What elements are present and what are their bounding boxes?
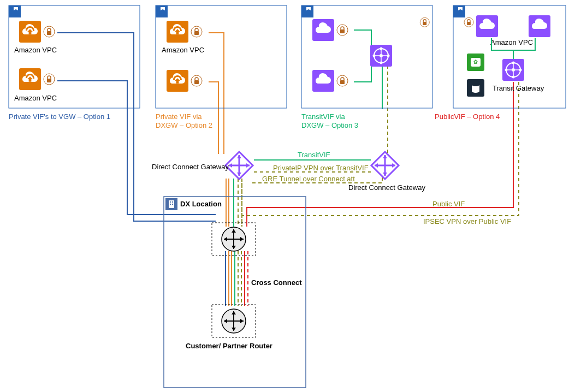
svg-rect-12 [172,201,173,203]
option2-label-2: DXGW – Option 2 [156,121,212,129]
option3-label-1: TransitVIF via [301,112,345,121]
option1-label: Private VIF's to VGW – Option 1 [9,112,110,121]
option2-label-1: Private VIF via [156,112,202,121]
vpc-icon [19,68,41,90]
svg-rect-10 [169,200,174,208]
lock-icon [420,17,429,27]
svg-rect-11 [170,201,171,203]
router-icon [212,223,256,256]
dx-location-label: DX Location [180,200,222,208]
vpc-icon [476,15,498,37]
group-option3 [312,19,392,92]
vpc-label: Amazon VPC [14,94,57,102]
privateip-vpn-label: PrivateIP VPN over TransitVIF [273,164,369,172]
vpc-icon [19,21,41,43]
transit-gateway-icon [370,45,392,67]
vpc-label: Amazon VPC [162,46,204,54]
option4-label: PublicVIF – Option 4 [435,112,500,121]
vpc-label: Amazon VPC [14,46,57,54]
lock-icon [44,74,55,85]
lock-icon [44,26,55,37]
glacier-icon [467,54,484,71]
ipsec-vpn-label: IPSEC VPN over Public VIF [423,217,511,225]
dxgw-label: Direct Connect Gateway [152,163,229,171]
group-option1: Amazon VPC Amazon VPC [14,21,57,102]
customer-router-label: Customer/ Partner Router [186,342,272,350]
lock-icon [191,75,202,86]
architecture-diagram: Amazon VPC Amazon VPC Private VIF's to V… [0,0,569,392]
vpc-icon [312,70,334,92]
vpc-label: Amazon VPC [490,38,533,46]
group-option2: Amazon VPC [162,21,204,92]
dxgw-label: Direct Connect Gateway [348,183,425,192]
tgw-label: Transit Gateway [493,84,544,92]
transitvif-label: TransitVIF [298,151,330,159]
s3-icon [467,79,484,97]
cross-connect-label: Cross Connect [251,278,302,287]
vpc-icon [167,21,188,43]
lock-icon [464,17,473,27]
lock-icon [337,25,348,35]
lock-icon [337,75,348,86]
vpc-icon [167,70,188,92]
gre-tunnel-label: GRE Tunnel over Connect att [262,175,355,183]
public-vif-label: Public VIF [432,200,465,208]
svg-rect-13 [170,204,171,205]
transit-gateway-icon [502,59,524,81]
option3-label-2: DXGW – Option 3 [301,121,358,129]
dxgw-icon [371,152,399,179]
lock-icon [191,26,202,37]
svg-rect-14 [172,204,173,205]
group-option4: Amazon VPC Transit Gateway [420,15,550,97]
dxgw-icon [226,152,253,179]
router-icon [212,305,256,337]
vpc-icon [529,15,550,37]
vpc-icon [312,19,334,41]
